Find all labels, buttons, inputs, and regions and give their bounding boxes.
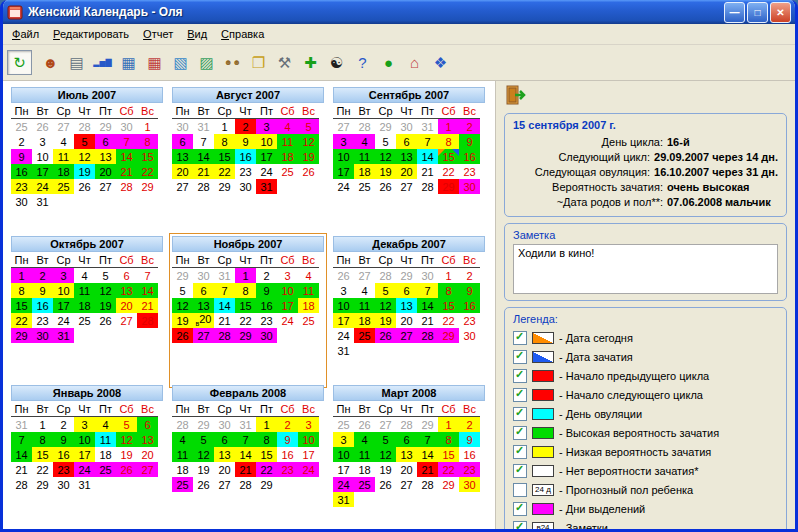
day-cell[interactable]: 14	[11, 447, 32, 462]
legend-checkbox[interactable]	[513, 350, 527, 364]
day-cell[interactable]: 12	[298, 134, 319, 149]
day-cell[interactable]: 5	[298, 119, 319, 135]
close-button[interactable]: ✕	[770, 2, 791, 23]
day-cell[interactable]: 21	[11, 462, 32, 477]
menu-report[interactable]: Отчет	[136, 26, 180, 42]
day-cell[interactable]: 13	[396, 149, 417, 164]
day-cell[interactable]: 13	[214, 447, 235, 462]
day-cell[interactable]: 13	[137, 432, 158, 447]
legend-checkbox[interactable]	[513, 521, 527, 530]
about-button[interactable]: ❖	[428, 50, 453, 75]
day-cell[interactable]: 13	[193, 298, 214, 313]
day-cell[interactable]: 26	[375, 328, 396, 343]
day-cell[interactable]: 21	[193, 164, 214, 179]
day-cell[interactable]: 14	[235, 447, 256, 462]
day-cell[interactable]: 13	[396, 298, 417, 313]
day-cell[interactable]: 16	[235, 149, 256, 164]
day-cell[interactable]: 11	[354, 149, 375, 164]
day-cell[interactable]: 10	[53, 283, 74, 298]
day-cell[interactable]: 2	[459, 119, 480, 135]
day-cell[interactable]: 1	[11, 268, 32, 284]
day-cell[interactable]: 5	[172, 283, 193, 298]
day-cell[interactable]: 19	[375, 164, 396, 179]
day-cell[interactable]: 2	[53, 417, 74, 433]
day-cell[interactable]: 24	[333, 328, 354, 343]
day-cell[interactable]: 9	[256, 283, 277, 298]
day-cell[interactable]: 5	[375, 134, 396, 149]
goto-date-button[interactable]: ▨	[194, 50, 219, 75]
day-cell[interactable]: 16	[277, 447, 298, 462]
day-cell[interactable]: 7	[11, 432, 32, 447]
day-cell[interactable]: 9	[459, 432, 480, 447]
day-cell[interactable]: 16	[32, 298, 53, 313]
day-cell[interactable]: 23	[277, 462, 298, 477]
legend-checkbox[interactable]	[513, 407, 527, 421]
day-cell[interactable]: 4	[277, 119, 298, 135]
day-cell[interactable]: 16	[256, 298, 277, 313]
day-cell[interactable]: 9	[53, 432, 74, 447]
day-cell[interactable]: 20	[116, 298, 137, 313]
day-cell[interactable]: 9	[235, 134, 256, 149]
menu-edit[interactable]: Редактировать	[46, 26, 136, 42]
day-cell[interactable]: 7	[116, 134, 137, 149]
day-cell[interactable]: 26	[298, 164, 319, 179]
day-cell[interactable]: 31	[74, 477, 95, 492]
day-cell[interactable]: 22	[438, 313, 459, 328]
day-cell[interactable]: 19	[74, 164, 95, 179]
day-cell[interactable]: 11	[74, 283, 95, 298]
day-cell[interactable]: 6	[137, 417, 158, 433]
exit-button[interactable]	[504, 85, 528, 105]
day-cell[interactable]: 21	[235, 462, 256, 477]
day-cell[interactable]: 31	[333, 492, 354, 507]
day-cell[interactable]: 18	[298, 298, 319, 313]
day-cell[interactable]: 1	[438, 119, 459, 135]
day-cell[interactable]: 31	[32, 194, 53, 209]
day-cell[interactable]: 19	[298, 149, 319, 164]
schedule-button[interactable]: ▧	[168, 50, 193, 75]
legend-checkbox[interactable]	[513, 426, 527, 440]
day-cell[interactable]: 24	[298, 462, 319, 477]
day-cell[interactable]: 29	[256, 477, 277, 492]
day-cell[interactable]: 7	[417, 432, 438, 447]
day-cell[interactable]: 14	[137, 283, 158, 298]
day-cell[interactable]: 25	[172, 477, 193, 492]
day-cell[interactable]: 14	[214, 298, 235, 313]
day-cell[interactable]: 9	[459, 283, 480, 298]
day-cell[interactable]: 10	[333, 447, 354, 462]
print-button[interactable]: ▤	[64, 50, 89, 75]
day-cell[interactable]: 5	[95, 268, 116, 284]
day-cell[interactable]: 4	[354, 134, 375, 149]
day-cell[interactable]: 22	[256, 462, 277, 477]
day-cell[interactable]: 11	[95, 432, 116, 447]
day-cell[interactable]: 11	[354, 298, 375, 313]
day-cell[interactable]: 1	[214, 119, 235, 135]
profile-button[interactable]: ☻	[38, 50, 63, 75]
day-cell[interactable]: 31	[256, 179, 277, 194]
day-cell[interactable]: 26	[95, 313, 116, 328]
day-cell[interactable]: 4	[298, 268, 319, 284]
day-cell[interactable]: 11	[298, 283, 319, 298]
day-cell[interactable]: 15	[438, 447, 459, 462]
day-cell[interactable]: 21	[137, 298, 158, 313]
day-cell[interactable]: 11	[277, 134, 298, 149]
day-cell[interactable]: 22	[137, 164, 158, 179]
day-cell[interactable]: 6	[396, 283, 417, 298]
day-cell[interactable]: 26	[375, 179, 396, 194]
day-cell[interactable]: 21	[417, 462, 438, 477]
day-cell[interactable]: 8	[438, 283, 459, 298]
day-cell[interactable]: 3	[53, 268, 74, 284]
day-cell[interactable]: 3	[32, 134, 53, 149]
day-cell[interactable]: 27	[193, 328, 214, 343]
day-cell[interactable]: 29	[438, 328, 459, 343]
day-cell[interactable]: 15	[11, 298, 32, 313]
day-cell[interactable]: 29	[214, 179, 235, 194]
day-cell[interactable]: 13	[116, 283, 137, 298]
day-cell[interactable]: 25	[354, 477, 375, 492]
day-cell[interactable]: 18	[53, 164, 74, 179]
day-cell[interactable]: 4	[172, 432, 193, 447]
day-cell[interactable]: 20	[95, 164, 116, 179]
day-cell[interactable]: 24	[74, 462, 95, 477]
maximize-button[interactable]: □	[747, 2, 768, 23]
day-cell[interactable]: 20	[137, 447, 158, 462]
day-cell[interactable]: 3	[298, 417, 319, 433]
